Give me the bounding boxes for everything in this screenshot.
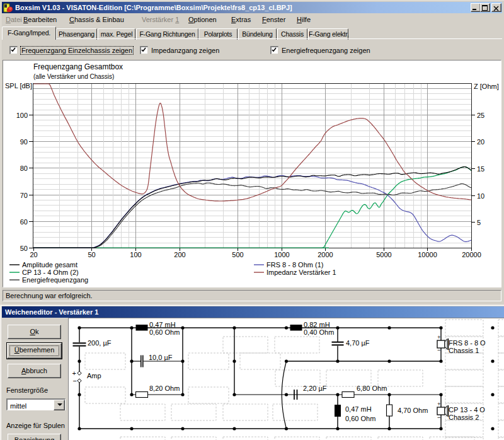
svg-text:0,40 Ohm: 0,40 Ohm — [304, 328, 334, 336]
svg-text:Z [Ohm]: Z [Ohm] — [474, 83, 499, 90]
svg-text:20: 20 — [477, 138, 484, 146]
svg-text:0,60 Ohm: 0,60 Ohm — [345, 415, 375, 422]
svg-text:+: + — [437, 400, 441, 407]
svg-text:SPL [dB]: SPL [dB] — [5, 82, 32, 90]
svg-text:8,20 Ohm: 8,20 Ohm — [149, 385, 180, 392]
svg-text:+: + — [72, 369, 76, 377]
svg-text:CP 13 - 4 Ohm (2): CP 13 - 4 Ohm (2) — [22, 269, 79, 276]
svg-text:25: 25 — [477, 112, 484, 119]
svg-text:5000: 5000 — [376, 251, 391, 258]
svg-text:10: 10 — [477, 192, 484, 200]
svg-text:FRS 8 - 8 O: FRS 8 - 8 O — [449, 339, 486, 347]
svg-text:20000: 20000 — [462, 251, 481, 258]
svg-text:FRS 8 - 8 Ohm (1): FRS 8 - 8 Ohm (1) — [266, 261, 323, 269]
svg-text:Frequenzgang Gesamtbox: Frequenzgang Gesamtbox — [33, 62, 123, 71]
svg-text:−: − — [437, 414, 441, 421]
svg-text:70: 70 — [20, 192, 28, 199]
svg-text:80: 80 — [20, 165, 28, 172]
svg-text:6,80 Ohm: 6,80 Ohm — [357, 385, 387, 392]
svg-text:90: 90 — [20, 138, 28, 146]
svg-text:0,47 mH: 0,47 mH — [149, 321, 176, 328]
svg-text:CP 13 - 4 O: CP 13 - 4 O — [449, 406, 485, 414]
svg-text:−: − — [437, 347, 441, 354]
svg-text:0,82 mH: 0,82 mH — [304, 321, 330, 328]
svg-text:50: 50 — [88, 251, 95, 258]
svg-text:Amp: Amp — [87, 372, 101, 379]
svg-text:100: 100 — [130, 251, 141, 258]
svg-text:10,0 µF: 10,0 µF — [149, 354, 173, 361]
svg-text:200: 200 — [174, 251, 185, 258]
svg-text:2,20 µF: 2,20 µF — [303, 385, 327, 392]
svg-text:+: + — [437, 333, 441, 340]
svg-text:200, µF: 200, µF — [88, 339, 112, 347]
svg-text:500: 500 — [232, 251, 243, 258]
svg-text:Amplitude gesamt: Amplitude gesamt — [22, 261, 77, 269]
svg-text:5: 5 — [477, 219, 481, 226]
svg-text:Energiefrequenzgang: Energiefrequenzgang — [22, 276, 88, 284]
svg-text:15: 15 — [477, 165, 484, 173]
svg-text:10000: 10000 — [418, 251, 437, 258]
svg-text:Impedanz Verstärker 1: Impedanz Verstärker 1 — [266, 269, 336, 276]
svg-text:4,70 µF: 4,70 µF — [346, 339, 370, 347]
svg-text:Chassis 2: Chassis 2 — [449, 414, 479, 421]
svg-text:2000: 2000 — [318, 251, 333, 258]
svg-text:0,47 mH: 0,47 mH — [345, 405, 372, 413]
svg-text:60: 60 — [20, 218, 28, 226]
svg-text:100: 100 — [16, 112, 28, 119]
svg-text:−: − — [73, 377, 77, 385]
svg-text:50: 50 — [20, 245, 28, 252]
svg-text:1000: 1000 — [274, 251, 289, 258]
svg-text:0,60 Ohm: 0,60 Ohm — [149, 328, 180, 336]
svg-text:4,70 Ohm: 4,70 Ohm — [398, 407, 428, 414]
svg-text:(alle Verstärker und Chassis): (alle Verstärker und Chassis) — [33, 73, 114, 80]
svg-text:20: 20 — [30, 251, 37, 258]
svg-text:Chassis 1: Chassis 1 — [449, 347, 479, 354]
